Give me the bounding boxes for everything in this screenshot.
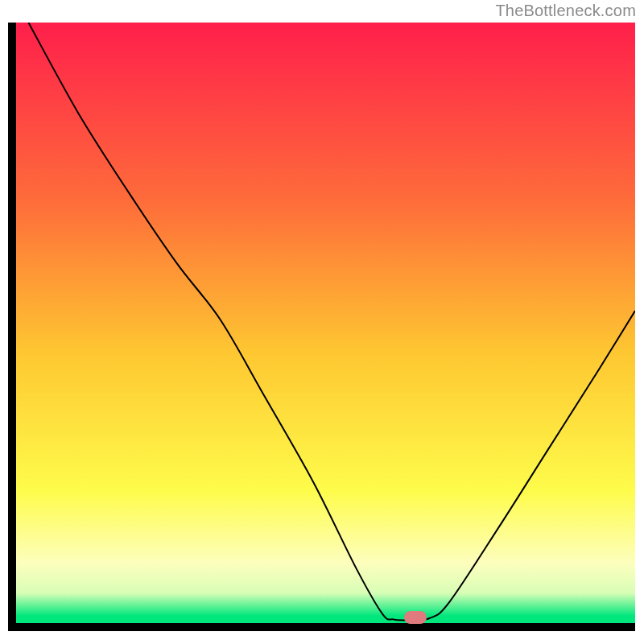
- watermark-text: TheBottleneck.com: [495, 2, 636, 20]
- chart-background-gradient: [16, 23, 635, 623]
- optimum-marker: [404, 611, 427, 624]
- chart-area: [8, 23, 635, 631]
- chart-svg: [8, 23, 635, 631]
